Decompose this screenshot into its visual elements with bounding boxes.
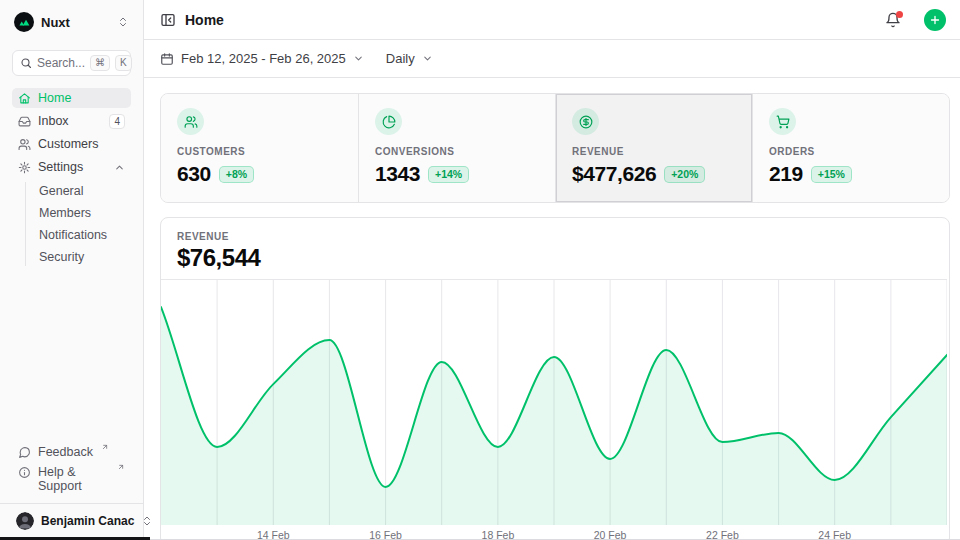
footer-link-label: Feedback: [38, 445, 93, 459]
sidebar-item-label: Inbox: [38, 114, 69, 128]
chevron-up-icon: [114, 162, 125, 173]
external-link-icon: [117, 463, 125, 471]
kbd-meta: ⌘: [90, 55, 110, 71]
user-menu[interactable]: Benjamin Canac: [12, 510, 131, 532]
notification-dot: [896, 11, 903, 18]
sidebar-subitem-members[interactable]: Members: [35, 204, 131, 222]
search-icon: [20, 57, 32, 69]
stat-value: 1343: [375, 162, 420, 186]
area-chart: 14 Feb16 Feb18 Feb20 Feb22 Feb24 Feb: [161, 279, 947, 540]
help-support-link[interactable]: Help & Support: [12, 462, 131, 496]
sidebar-item-home[interactable]: Home: [12, 88, 131, 108]
stat-label: CONVERSIONS: [375, 146, 539, 157]
content: CUSTOMERS 630 +8% CONVERSIONS 1343 +14%: [144, 78, 960, 540]
subitem-label: Members: [39, 206, 91, 220]
stat-card-conversions[interactable]: CONVERSIONS 1343 +14%: [358, 94, 555, 202]
granularity-select[interactable]: Daily: [386, 51, 433, 66]
sidebar-subitem-security[interactable]: Security: [35, 248, 131, 266]
dashboard-app: Nuxt Search... ⌘ K Home: [0, 0, 960, 540]
kbd-key: K: [115, 55, 132, 71]
stat-card-customers[interactable]: CUSTOMERS 630 +8%: [161, 94, 358, 202]
home-icon: [18, 92, 31, 105]
notifications-button[interactable]: [885, 12, 901, 28]
users-icon: [177, 108, 204, 135]
calendar-icon: [160, 52, 174, 66]
circle-dollar-icon: [572, 108, 599, 135]
plus-icon: [929, 14, 941, 26]
stat-value: 219: [769, 162, 803, 186]
stat-delta-badge: +14%: [428, 166, 469, 183]
message-circle-icon: [18, 446, 31, 459]
workspace-switcher[interactable]: Nuxt: [12, 10, 131, 36]
settings-submenu: General Members Notifications Security: [25, 182, 131, 266]
sidebar-item-label: Home: [38, 91, 71, 105]
inbox-icon: [18, 115, 31, 128]
chart-metric-label: REVENUE: [177, 231, 933, 242]
collapse-sidebar-button[interactable]: [160, 12, 176, 28]
subitem-label: Security: [39, 250, 84, 264]
sidebar-spacer: [12, 266, 131, 442]
sidebar-item-label: Settings: [38, 160, 83, 174]
sidebar-subitem-general[interactable]: General: [35, 182, 131, 200]
stat-card-revenue[interactable]: REVENUE $477,626 +20%: [555, 94, 752, 202]
stat-label: CUSTOMERS: [177, 146, 342, 157]
filters-toolbar: Feb 12, 2025 - Feb 26, 2025 Daily: [144, 40, 960, 78]
external-link-icon: [101, 443, 109, 451]
sidebar-divider: [0, 503, 143, 504]
main-area: Home Feb 12, 2025 - Feb 26, 2025 Daily: [144, 0, 960, 540]
sidebar-nav: Home Inbox 4 Customers Settings: [12, 88, 131, 266]
stat-delta-badge: +15%: [811, 166, 852, 183]
stat-delta-badge: +20%: [664, 166, 705, 183]
page-title: Home: [185, 12, 876, 28]
chevron-down-icon: [353, 53, 364, 64]
sidebar-item-inbox[interactable]: Inbox 4: [12, 111, 131, 131]
sidebar-item-customers[interactable]: Customers: [12, 134, 131, 154]
chevron-down-icon: [422, 53, 433, 64]
stat-value: $477,626: [572, 162, 656, 186]
search-placeholder: Search...: [37, 56, 85, 70]
gear-icon: [18, 161, 31, 174]
user-name: Benjamin Canac: [41, 514, 134, 528]
nuxt-logo-icon: [14, 12, 34, 32]
subitem-label: General: [39, 184, 83, 198]
date-range-value: Feb 12, 2025 - Feb 26, 2025: [181, 51, 346, 66]
stat-label: REVENUE: [572, 146, 736, 157]
date-range-picker[interactable]: Feb 12, 2025 - Feb 26, 2025: [160, 51, 364, 66]
stat-label: ORDERS: [769, 146, 933, 157]
sidebar-item-label: Customers: [38, 137, 98, 151]
users-icon: [18, 138, 31, 151]
sidebar-subitem-notifications[interactable]: Notifications: [35, 226, 131, 244]
inbox-count-badge: 4: [109, 114, 125, 129]
chart-header: REVENUE $76,544: [161, 218, 949, 279]
info-circle-icon: [18, 466, 31, 479]
workspace-name: Nuxt: [41, 15, 110, 30]
granularity-value: Daily: [386, 51, 415, 66]
stats-row: CUSTOMERS 630 +8% CONVERSIONS 1343 +14%: [160, 93, 950, 203]
search-input[interactable]: Search... ⌘ K: [12, 50, 131, 76]
add-button[interactable]: [924, 9, 946, 31]
avatar: [16, 512, 34, 530]
chart-plot-area[interactable]: 14 Feb16 Feb18 Feb20 Feb22 Feb24 Feb: [161, 279, 949, 540]
page-header: Home: [144, 0, 960, 40]
stat-value: 630: [177, 162, 211, 186]
subitem-label: Notifications: [39, 228, 107, 242]
sidebar: Nuxt Search... ⌘ K Home: [0, 0, 144, 540]
chevrons-up-down-icon: [117, 16, 129, 28]
stat-card-orders[interactable]: ORDERS 219 +15%: [752, 94, 949, 202]
revenue-chart-card: REVENUE $76,544 14 Feb16 Feb18 Feb20 Feb…: [160, 217, 950, 540]
footer-link-label: Help & Support: [38, 465, 109, 493]
pie-chart-icon: [375, 108, 402, 135]
shopping-cart-icon: [769, 108, 796, 135]
stat-delta-badge: +8%: [219, 166, 254, 183]
feedback-link[interactable]: Feedback: [12, 442, 131, 462]
sidebar-item-settings[interactable]: Settings: [12, 157, 131, 177]
chart-metric-value: $76,544: [177, 244, 933, 272]
